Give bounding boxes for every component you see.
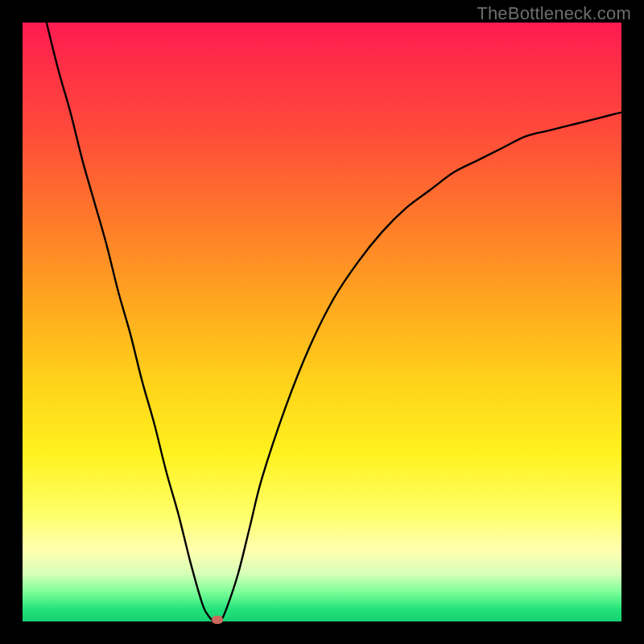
minimum-marker: [212, 616, 223, 624]
plot-area: [23, 23, 621, 621]
chart-frame: TheBottleneck.com: [0, 0, 644, 644]
bottleneck-curve: [23, 23, 621, 621]
watermark-text: TheBottleneck.com: [477, 3, 631, 24]
